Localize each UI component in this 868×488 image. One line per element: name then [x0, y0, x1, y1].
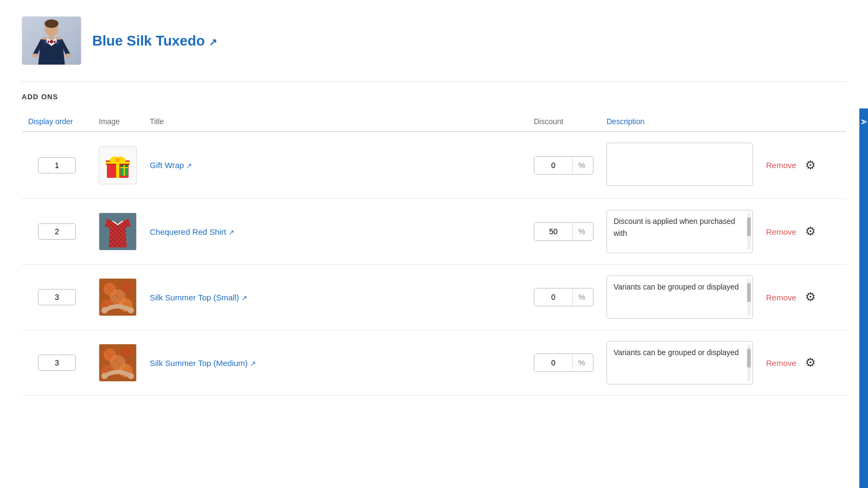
product-title: Blue Silk Tuxedo ↗ — [92, 33, 217, 49]
svg-point-6 — [33, 54, 38, 58]
svg-point-34 — [127, 307, 134, 313]
display-order-input[interactable] — [38, 355, 76, 371]
discount-percent-symbol: % — [572, 288, 590, 306]
description-wrapper — [607, 143, 753, 186]
col-header-title: Title — [143, 112, 527, 132]
external-link-icon: ↗ — [186, 162, 192, 170]
title-cell: Chequered Red Shirt ↗ — [143, 199, 527, 265]
product-image — [99, 146, 137, 184]
image-cell — [92, 330, 143, 396]
actions-container: Remove ⚙ — [766, 224, 840, 239]
discount-group: % — [534, 288, 593, 306]
discount-input[interactable] — [534, 288, 572, 306]
product-link[interactable]: Silk Summer Top (Small) ↗ — [150, 293, 247, 302]
display-order-input[interactable] — [38, 157, 76, 174]
discount-input[interactable] — [534, 223, 572, 240]
gear-button[interactable]: ⚙ — [805, 290, 816, 304]
remove-button[interactable]: Remove — [766, 293, 796, 302]
remove-button[interactable]: Remove — [766, 227, 796, 236]
table-header: Display order Image Title Discount Descr… — [22, 112, 846, 132]
discount-percent-symbol: % — [572, 157, 590, 174]
table-row: Chequered Red Shirt ↗ % Discount is appl… — [22, 199, 846, 265]
product-image — [99, 278, 137, 316]
header-divider — [22, 81, 846, 82]
product-link[interactable]: Gift Wrap ↗ — [150, 160, 192, 170]
right-indicator-letter: A — [860, 119, 868, 124]
discount-cell: % — [527, 265, 600, 330]
svg-rect-8 — [42, 37, 47, 40]
description-wrapper: Discount is applied when purchased with — [607, 210, 753, 253]
discount-input[interactable] — [534, 157, 572, 174]
product-link[interactable]: Silk Summer Top (Medium) ↗ — [150, 358, 256, 368]
display-order-cell — [22, 330, 92, 396]
remove-button[interactable]: Remove — [766, 358, 796, 368]
svg-rect-20 — [120, 167, 128, 168]
svg-point-44 — [101, 373, 108, 379]
title-cell: Gift Wrap ↗ — [143, 132, 527, 199]
col-header-actions — [760, 112, 846, 132]
gear-button[interactable]: ⚙ — [805, 224, 816, 239]
actions-container: Remove ⚙ — [766, 290, 840, 304]
image-cell — [92, 265, 143, 330]
table-row: Silk Summer Top (Medium) ↗ % Variants ca… — [22, 330, 846, 396]
svg-point-5 — [50, 40, 53, 43]
discount-group: % — [534, 354, 593, 372]
svg-point-7 — [66, 54, 71, 58]
discount-group: % — [534, 222, 593, 241]
svg-point-45 — [127, 373, 134, 379]
actions-cell: Remove ⚙ — [760, 330, 846, 396]
right-indicator: A — [859, 108, 868, 412]
svg-rect-19 — [124, 165, 125, 176]
discount-group: % — [534, 156, 593, 175]
description-text: Variants can be grouped or displayed — [607, 275, 753, 319]
product-image — [99, 213, 137, 251]
svg-point-16 — [116, 158, 120, 162]
product-header: Blue Silk Tuxedo ↗ — [22, 16, 846, 65]
table-row: Silk Summer Top (Small) ↗ % Variants can… — [22, 265, 846, 330]
display-order-input[interactable] — [38, 289, 76, 305]
description-cell: Discount is applied when purchased with — [600, 199, 760, 265]
product-thumbnail-image — [22, 16, 81, 65]
discount-cell: % — [527, 330, 600, 396]
product-image — [99, 344, 137, 382]
description-text — [607, 143, 753, 186]
discount-input[interactable] — [534, 354, 572, 371]
display-order-cell — [22, 265, 92, 330]
description-text: Variants can be grouped or displayed — [607, 341, 753, 384]
col-header-description[interactable]: Description — [600, 112, 760, 132]
svg-point-33 — [101, 307, 108, 313]
svg-point-3 — [44, 20, 59, 28]
description-text: Discount is applied when purchased with — [607, 210, 753, 253]
col-header-discount: Discount — [527, 112, 600, 132]
discount-cell: % — [527, 132, 600, 199]
discount-percent-symbol: % — [572, 223, 590, 240]
display-order-cell — [22, 132, 92, 199]
col-header-image: Image — [92, 112, 143, 132]
external-link-icon[interactable]: ↗ — [209, 37, 217, 48]
actions-cell: Remove ⚙ — [760, 265, 846, 330]
gear-button[interactable]: ⚙ — [805, 158, 816, 172]
addons-table: Display order Image Title Discount Descr… — [22, 112, 846, 396]
actions-cell: Remove ⚙ — [760, 199, 846, 265]
image-cell — [92, 199, 143, 265]
product-link[interactable]: Chequered Red Shirt ↗ — [150, 227, 234, 236]
remove-button[interactable]: Remove — [766, 160, 796, 170]
description-wrapper: Variants can be grouped or displayed — [607, 341, 753, 384]
image-cell — [92, 132, 143, 199]
svg-point-26 — [120, 281, 131, 292]
description-cell: Variants can be grouped or displayed — [600, 265, 760, 330]
section-heading: ADD ONS — [22, 93, 846, 101]
actions-cell: Remove ⚙ — [760, 132, 846, 199]
actions-container: Remove ⚙ — [766, 356, 840, 370]
display-order-input[interactable] — [38, 223, 76, 240]
gear-button[interactable]: ⚙ — [805, 356, 816, 370]
svg-point-37 — [120, 347, 131, 357]
product-thumbnail — [22, 16, 81, 65]
col-header-display-order[interactable]: Display order — [22, 112, 92, 132]
svg-rect-4 — [49, 35, 54, 40]
svg-rect-9 — [56, 37, 61, 40]
title-cell: Silk Summer Top (Medium) ↗ — [143, 330, 527, 396]
external-link-icon: ↗ — [250, 359, 256, 368]
table-body: Gift Wrap ↗ % Remove ⚙ — [22, 132, 846, 396]
display-order-cell — [22, 199, 92, 265]
